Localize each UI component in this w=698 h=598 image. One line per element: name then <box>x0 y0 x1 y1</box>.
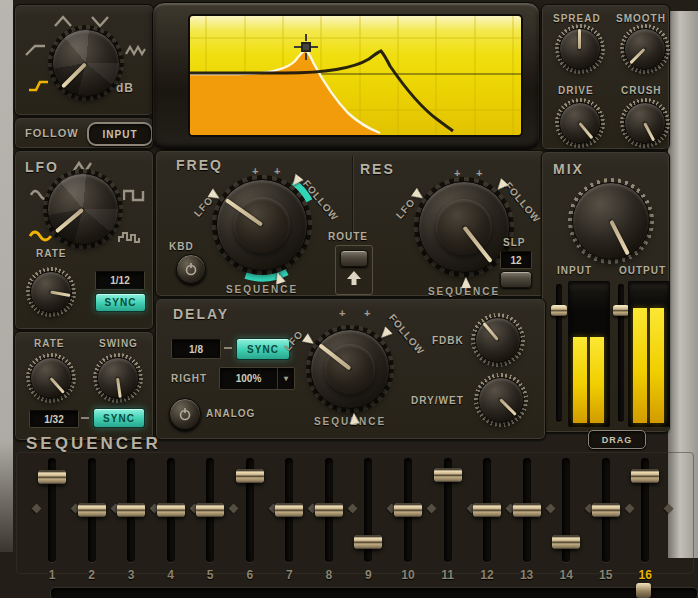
sequencer-step-1[interactable]: 1 <box>38 458 66 586</box>
step-slider-handle[interactable] <box>592 503 620 517</box>
step-number: 6 <box>236 568 264 582</box>
sequencer-scrollbar[interactable] <box>50 587 698 598</box>
sequencer-step-9[interactable]: 9 <box>354 458 382 586</box>
sequencer-scrollbar-handle[interactable] <box>636 583 651 598</box>
sequencer-step-14[interactable]: 14 <box>552 458 580 586</box>
step-slider-handle[interactable] <box>552 535 580 549</box>
sequencer-step-10[interactable]: 10 <box>394 458 422 586</box>
sequencer-step-8[interactable]: 8 <box>315 458 343 586</box>
step-number: 10 <box>394 568 422 582</box>
sequencer-step-12[interactable]: 12 <box>473 458 501 586</box>
step-slider-handle[interactable] <box>631 469 659 483</box>
sequencer-step-5[interactable]: 5 <box>196 458 224 586</box>
sequencer-steps: 12345678910111213141516 <box>0 0 698 598</box>
step-number: 9 <box>354 568 382 582</box>
sequencer-step-2[interactable]: 2 <box>78 458 106 586</box>
step-slider-handle[interactable] <box>236 469 264 483</box>
step-number: 8 <box>315 568 343 582</box>
step-slider-handle[interactable] <box>38 470 66 484</box>
sequencer-step-11[interactable]: 11 <box>434 458 462 586</box>
step-slider-handle[interactable] <box>394 503 422 517</box>
step-number: 11 <box>434 568 462 582</box>
sequencer-step-15[interactable]: 15 <box>592 458 620 586</box>
step-slider-handle[interactable] <box>275 503 303 517</box>
step-slider-handle[interactable] <box>117 503 145 517</box>
plugin-window: dB FOLLOW INPUT <box>0 0 698 598</box>
step-slider-handle[interactable] <box>157 503 185 517</box>
sequencer-step-4[interactable]: 4 <box>157 458 185 586</box>
step-number: 12 <box>473 568 501 582</box>
step-number: 7 <box>275 568 303 582</box>
step-number: 2 <box>78 568 106 582</box>
step-number: 5 <box>196 568 224 582</box>
sequencer-step-3[interactable]: 3 <box>117 458 145 586</box>
sequencer-step-7[interactable]: 7 <box>275 458 303 586</box>
step-diamond <box>664 504 674 514</box>
step-slider-handle[interactable] <box>315 503 343 517</box>
step-slider-handle[interactable] <box>78 503 106 517</box>
step-slider-handle[interactable] <box>354 535 382 549</box>
step-number: 15 <box>592 568 620 582</box>
sequencer-step-13[interactable]: 13 <box>513 458 541 586</box>
sequencer-step-16[interactable]: 16 <box>631 458 659 586</box>
step-number: 13 <box>513 568 541 582</box>
step-slider-handle[interactable] <box>196 503 224 517</box>
step-slider-handle[interactable] <box>473 503 501 517</box>
step-number: 3 <box>117 568 145 582</box>
step-slider-handle[interactable] <box>434 468 462 482</box>
step-number: 4 <box>157 568 185 582</box>
step-number: 14 <box>552 568 580 582</box>
step-number: 1 <box>38 568 66 582</box>
sequencer-step-6[interactable]: 6 <box>236 458 264 586</box>
step-slider-handle[interactable] <box>513 503 541 517</box>
step-number: 16 <box>631 568 659 582</box>
